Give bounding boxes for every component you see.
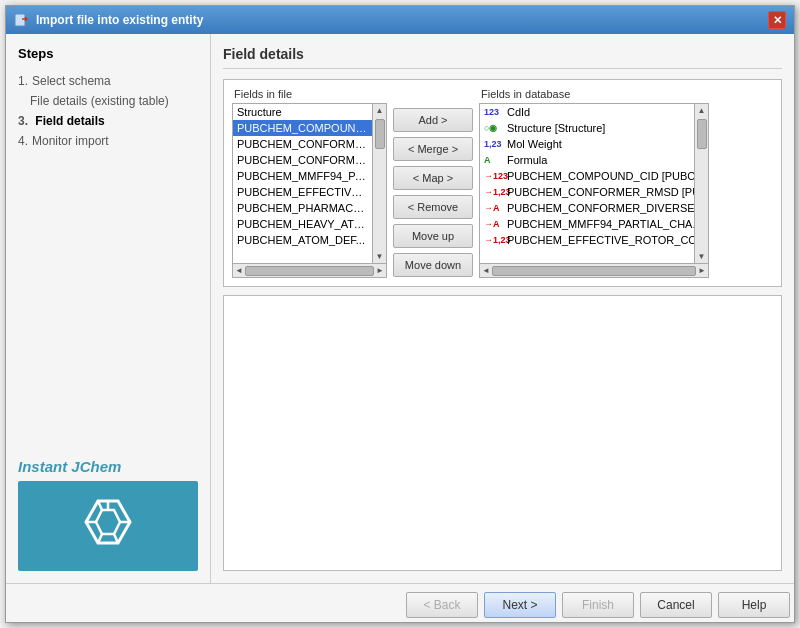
- list-item[interactable]: PUBCHEM_ATOM_DEF...: [233, 232, 372, 248]
- type-badge: →A: [484, 203, 504, 213]
- middle-buttons: Add > < Merge > < Map > < Remove Move up…: [387, 88, 479, 277]
- list-item[interactable]: PUBCHEM_CONFORMER...: [233, 136, 372, 152]
- type-badge: 1,23: [484, 139, 504, 149]
- type-badge: A: [484, 155, 504, 165]
- next-button[interactable]: Next >: [484, 592, 556, 618]
- type-badge: →123: [484, 171, 504, 181]
- field-label: Mol Weight: [507, 138, 562, 150]
- detail-area: [223, 295, 782, 571]
- field-label: PUBCHEM_MMFF94_PARTIAL_CHA...: [507, 218, 694, 230]
- type-badge: →1,23: [484, 235, 504, 245]
- close-button[interactable]: ✕: [768, 11, 786, 29]
- list-item[interactable]: PUBCHEM_HEAVY_ATO...: [233, 216, 372, 232]
- list-item[interactable]: →123 PUBCHEM_COMPOUND_CID [PUBC...: [480, 168, 694, 184]
- list-item[interactable]: 123 CdId: [480, 104, 694, 120]
- dialog: Import file into existing entity ✕ Steps…: [5, 5, 795, 623]
- db-fields-section: Fields in database 123 CdId ○◉ Structu: [479, 88, 709, 278]
- sidebar: Steps 1.Select schema File details (exis…: [6, 34, 211, 583]
- type-badge: →A: [484, 219, 504, 229]
- db-scroll-thumb[interactable]: [697, 119, 707, 149]
- list-item[interactable]: PUBCHEM_PHARMACOF...: [233, 200, 372, 216]
- field-label: PUBCHEM_EFFECTIVE_ROTOR_CO...: [507, 234, 694, 246]
- title-bar-left: Import file into existing entity: [14, 12, 203, 28]
- logo-box: [18, 481, 198, 571]
- merge-button[interactable]: < Merge >: [393, 137, 473, 161]
- type-badge: ○◉: [484, 123, 504, 133]
- list-item[interactable]: Structure: [233, 104, 372, 120]
- svg-marker-2: [96, 510, 120, 534]
- step-2: File details (existing table): [18, 91, 198, 111]
- db-scroll-up-arrow[interactable]: ▲: [696, 104, 708, 117]
- cancel-button[interactable]: Cancel: [640, 592, 712, 618]
- list-item[interactable]: PUBCHEM_MMFF94_PAI...: [233, 168, 372, 184]
- list-item[interactable]: A Formula: [480, 152, 694, 168]
- main-title: Field details: [223, 46, 782, 69]
- db-fields-box: 123 CdId ○◉ Structure [Structure] 1,23 M…: [479, 103, 709, 278]
- fields-container: Fields in file Structure PUBCHEM_COMPOUN…: [223, 79, 782, 287]
- db-scroll-down-arrow[interactable]: ▼: [696, 250, 708, 263]
- field-label: PUBCHEM_CONFORMER_RMSD [PU...: [507, 186, 694, 198]
- finish-button[interactable]: Finish: [562, 592, 634, 618]
- brand-section: Instant JChem: [18, 450, 198, 571]
- list-item[interactable]: 1,23 Mol Weight: [480, 136, 694, 152]
- list-item[interactable]: PUBCHEM_CONFORMER...: [233, 152, 372, 168]
- list-item[interactable]: ○◉ Structure [Structure]: [480, 120, 694, 136]
- field-label: Formula: [507, 154, 547, 166]
- add-button[interactable]: Add >: [393, 108, 473, 132]
- import-icon: [14, 12, 30, 28]
- type-badge: →1,23: [484, 187, 504, 197]
- svg-rect-0: [15, 14, 25, 26]
- h-scroll-right-arrow[interactable]: ►: [376, 266, 384, 275]
- list-item[interactable]: →1,23 PUBCHEM_EFFECTIVE_ROTOR_CO...: [480, 232, 694, 248]
- h-scroll-thumb[interactable]: [245, 266, 374, 276]
- type-badge: 123: [484, 107, 504, 117]
- db-fields-scrollbar[interactable]: ▲ ▼: [694, 104, 708, 263]
- db-h-scroll-right-arrow[interactable]: ►: [698, 266, 706, 275]
- step-3: 3. Field details: [18, 111, 198, 131]
- file-h-scrollbar[interactable]: ◄ ►: [233, 263, 386, 277]
- scroll-down-arrow[interactable]: ▼: [374, 250, 386, 263]
- h-scroll-left-arrow[interactable]: ◄: [235, 266, 243, 275]
- file-fields-box: Structure PUBCHEM_COMPOUND_C... PUBCHEM_…: [232, 103, 387, 278]
- field-label: Structure [Structure]: [507, 122, 605, 134]
- db-h-scroll-left-arrow[interactable]: ◄: [482, 266, 490, 275]
- list-item[interactable]: →1,23 PUBCHEM_CONFORMER_RMSD [PU...: [480, 184, 694, 200]
- file-fields-scroll[interactable]: Structure PUBCHEM_COMPOUND_C... PUBCHEM_…: [233, 104, 372, 263]
- title-bar: Import file into existing entity ✕: [6, 6, 794, 34]
- step-4: 4.Monitor import: [18, 131, 198, 151]
- content-area: Steps 1.Select schema File details (exis…: [6, 34, 794, 583]
- list-item[interactable]: →A PUBCHEM_MMFF94_PARTIAL_CHA...: [480, 216, 694, 232]
- list-item[interactable]: PUBCHEM_EFFECTIVE_I...: [233, 184, 372, 200]
- bottom-buttons: < Back Next > Finish Cancel Help: [6, 583, 794, 622]
- file-fields-label: Fields in file: [232, 88, 387, 100]
- sidebar-title: Steps: [18, 46, 198, 61]
- list-item[interactable]: PUBCHEM_COMPOUND_C...: [233, 120, 372, 136]
- field-label: CdId: [507, 106, 530, 118]
- move-up-button[interactable]: Move up: [393, 224, 473, 248]
- db-h-scroll-thumb[interactable]: [492, 266, 696, 276]
- brand-text: Instant JChem: [18, 450, 198, 481]
- move-down-button[interactable]: Move down: [393, 253, 473, 277]
- db-fields-label: Fields in database: [479, 88, 709, 100]
- step-1: 1.Select schema: [18, 71, 198, 91]
- db-fields-scroll[interactable]: 123 CdId ○◉ Structure [Structure] 1,23 M…: [480, 104, 694, 263]
- help-button[interactable]: Help: [718, 592, 790, 618]
- db-h-scrollbar[interactable]: ◄ ►: [480, 263, 708, 277]
- field-label: PUBCHEM_CONFORMER_DIVERSE...: [507, 202, 694, 214]
- scroll-up-arrow[interactable]: ▲: [374, 104, 386, 117]
- dialog-title: Import file into existing entity: [36, 13, 203, 27]
- file-fields-section: Fields in file Structure PUBCHEM_COMPOUN…: [232, 88, 387, 278]
- remove-button[interactable]: < Remove: [393, 195, 473, 219]
- scroll-thumb[interactable]: [375, 119, 385, 149]
- hexagon-logo-icon: [78, 496, 138, 556]
- list-item[interactable]: →A PUBCHEM_CONFORMER_DIVERSE...: [480, 200, 694, 216]
- db-list-with-scroll: 123 CdId ○◉ Structure [Structure] 1,23 M…: [480, 104, 708, 263]
- map-button[interactable]: < Map >: [393, 166, 473, 190]
- main-panel: Field details Fields in file Structure P…: [211, 34, 794, 583]
- file-fields-scrollbar[interactable]: ▲ ▼: [372, 104, 386, 263]
- steps-list: 1.Select schema File details (existing t…: [18, 71, 198, 151]
- field-label: PUBCHEM_COMPOUND_CID [PUBC...: [507, 170, 694, 182]
- file-list-with-scroll: Structure PUBCHEM_COMPOUND_C... PUBCHEM_…: [233, 104, 386, 263]
- back-button[interactable]: < Back: [406, 592, 478, 618]
